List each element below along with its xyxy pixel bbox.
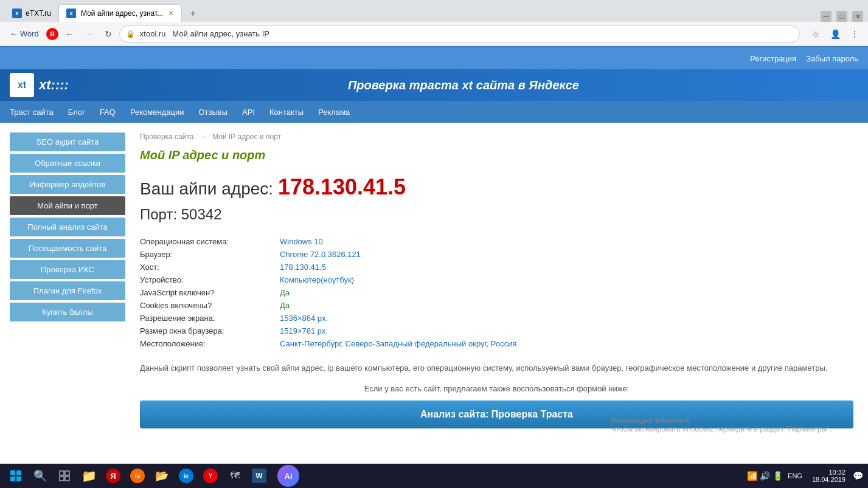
- browser-window: e eTXT.ru x Мой айпи адрес, узнат... ✕ +…: [0, 0, 868, 475]
- nav-reviews[interactable]: Отзывы: [198, 108, 227, 117]
- clock-time: 10:32: [812, 469, 845, 475]
- nav-contacts[interactable]: Контакты: [269, 108, 304, 117]
- sidebar-item-myip[interactable]: Мой айпи и порт: [10, 196, 125, 215]
- port-value: 50342: [181, 206, 222, 222]
- minimize-button[interactable]: ─: [821, 11, 832, 22]
- volume-icon[interactable]: 🔊: [760, 471, 770, 475]
- yandex-icon[interactable]: Я: [46, 28, 58, 40]
- taskbar-yandex-taskbar-icon[interactable]: Я: [102, 465, 124, 475]
- nav-ads[interactable]: Реклама: [318, 108, 350, 117]
- svg-rect-1: [16, 470, 21, 475]
- info-label-os: Операционная система:: [140, 237, 280, 246]
- menu-icon[interactable]: ⋮: [846, 26, 863, 43]
- info-label-browser: Браузер:: [140, 250, 280, 259]
- address-bar[interactable]: 🔒 xtool.ru Мой айпи адрес, узнать IP: [119, 26, 800, 43]
- info-value-os: Windows 10: [280, 237, 323, 246]
- nav-recommendations[interactable]: Рекомендации: [130, 108, 184, 117]
- info-row-location: Местоположение: Санкт-Петербург, Северо-…: [140, 337, 853, 350]
- start-button[interactable]: [5, 465, 27, 475]
- forgot-link[interactable]: Забыл пароль: [806, 54, 858, 63]
- forward-button[interactable]: →: [80, 26, 97, 43]
- sidebar-item-informer[interactable]: Информер апдейтов: [10, 175, 125, 194]
- site-top-bar: Регистрация Забыл пароль: [0, 47, 868, 69]
- maximize-button[interactable]: □: [836, 11, 847, 22]
- back-button[interactable]: ←: [61, 26, 78, 43]
- info-label-device: Устройство:: [140, 275, 280, 284]
- sidebar-item-ics[interactable]: Проверка ИКС: [10, 260, 125, 279]
- notification-icon[interactable]: 💬: [853, 471, 863, 475]
- description-text: Данный скрипт позволяет узнать свой айпи…: [140, 362, 853, 374]
- new-tab-button[interactable]: +: [184, 5, 201, 22]
- info-row-cookies: Cookies включены? Да: [140, 299, 853, 312]
- reload-button[interactable]: ↻: [100, 26, 117, 43]
- register-link[interactable]: Регистрация: [750, 54, 796, 63]
- word-back-button[interactable]: ← Word: [5, 27, 44, 41]
- nav-trast[interactable]: Траст сайта: [10, 108, 54, 117]
- taskbar-browser2-icon[interactable]: fx: [127, 465, 148, 475]
- taskbar-ai-button[interactable]: Ai: [277, 465, 299, 475]
- sidebar-item-seo[interactable]: SEO аудит сайта: [10, 132, 125, 151]
- address-domain: xtool.ru Мой айпи адрес, узнать IP: [140, 29, 793, 38]
- sidebar-item-firefox[interactable]: Плагин для Firefox: [10, 281, 125, 300]
- info-row-window: Размер окна браузера: 1519×761 px.: [140, 325, 853, 337]
- info-label-js: JavaScript включен?: [140, 288, 280, 297]
- svg-rect-4: [60, 471, 64, 475]
- svg-rect-5: [65, 471, 69, 475]
- sidebar-item-buyballs[interactable]: Купить баллы: [10, 303, 125, 321]
- address-full-text: Мой айпи адрес, узнать IP: [172, 29, 269, 38]
- taskbar-word-icon[interactable]: W: [248, 465, 270, 475]
- breadcrumb-arrow: →: [200, 132, 207, 141]
- network-icon[interactable]: 📶: [747, 471, 757, 475]
- breadcrumb-link[interactable]: Проверка сайта: [140, 132, 194, 141]
- info-value-cookies: Да: [280, 301, 290, 310]
- taskbar: 🔍 📁 Я fx 📂 ie Y 🗺 W Ai 📶 🔊 🔋 ENG 10:3: [0, 464, 868, 475]
- site-header-title: Проверка траста xt сайта в Яндексе: [69, 78, 858, 92]
- tab-xtool[interactable]: x Мой айпи адрес, узнат... ✕: [58, 4, 182, 22]
- info-label-cookies: Cookies включены?: [140, 301, 280, 310]
- info-row-browser: Браузер: Chrome 72.0.3626.121: [140, 248, 853, 261]
- xtool-favicon: x: [66, 9, 76, 18]
- tab-close-icon[interactable]: ✕: [168, 9, 174, 18]
- sidebar-item-visits[interactable]: Посещаемость сайта: [10, 239, 125, 258]
- win-activate-title: Активация Windows: [611, 416, 832, 425]
- main-wrapper: SEO аудит сайта Обратные ссылки Информер…: [0, 123, 868, 475]
- nav-blog[interactable]: Блог: [68, 108, 85, 117]
- sidebar-item-fullanalysis[interactable]: Полный анализ сайта: [10, 218, 125, 236]
- offer-text: Если у вас есть сайт, предлагаем также в…: [140, 384, 853, 393]
- taskbar-browser3-icon[interactable]: ie: [175, 465, 197, 475]
- tab-bar: e eTXT.ru x Мой айпи адрес, узнат... ✕ +…: [0, 0, 868, 22]
- taskbar-yandex2-icon[interactable]: Y: [200, 465, 221, 475]
- ai-label: Ai: [277, 465, 299, 475]
- taskbar-maps-icon[interactable]: 🗺: [224, 465, 246, 475]
- domain-text: xtool.ru: [140, 29, 166, 38]
- profile-icon[interactable]: 👤: [827, 26, 844, 43]
- info-row-js: JavaScript включен? Да: [140, 286, 853, 299]
- win-activate-watermark: Активация Windows Чтобы активировать Win…: [611, 416, 832, 433]
- ip-value: 178.130.41.5: [278, 174, 406, 199]
- info-value-device: Компьютер(ноутбук): [280, 275, 354, 284]
- site-nav: Траст сайта Блог FAQ Рекомендации Отзывы…: [0, 101, 868, 123]
- taskbar-taskview-icon[interactable]: [54, 465, 75, 475]
- sidebar-item-backlinks[interactable]: Обратные ссылки: [10, 154, 125, 173]
- taskbar-files-icon[interactable]: 📂: [151, 465, 173, 475]
- close-button[interactable]: ✕: [852, 11, 863, 22]
- lang-indicator[interactable]: ENG: [785, 472, 805, 475]
- info-row-os: Операционная система: Windows 10: [140, 235, 853, 248]
- battery-icon[interactable]: 🔋: [773, 471, 783, 475]
- site-header: xt xt:::: Проверка траста xt сайта в Янд…: [0, 69, 868, 101]
- port-label: Порт:: [140, 206, 177, 222]
- info-row-device: Устройство: Компьютер(ноутбук): [140, 273, 853, 286]
- ip-label: Ваш айпи адрес:: [140, 179, 273, 198]
- nav-api[interactable]: API: [242, 108, 255, 117]
- tab-etxt[interactable]: e eTXT.ru: [5, 5, 58, 22]
- tab-etxt-label: eTXT.ru: [26, 9, 51, 18]
- page-title: Мой IP адрес и порт: [140, 148, 853, 162]
- info-label-window: Размер окна браузера:: [140, 326, 280, 335]
- nav-faq[interactable]: FAQ: [100, 108, 116, 117]
- lock-icon: 🔒: [126, 30, 135, 38]
- taskbar-clock: 10:32 18.04.2019: [807, 469, 850, 475]
- taskbar-explorer-icon[interactable]: 📁: [78, 465, 100, 475]
- taskbar-search-icon[interactable]: 🔍: [29, 465, 51, 475]
- bookmark-icon[interactable]: ☆: [807, 26, 824, 43]
- breadcrumb-current: Мой IP адрес и порт: [212, 132, 281, 141]
